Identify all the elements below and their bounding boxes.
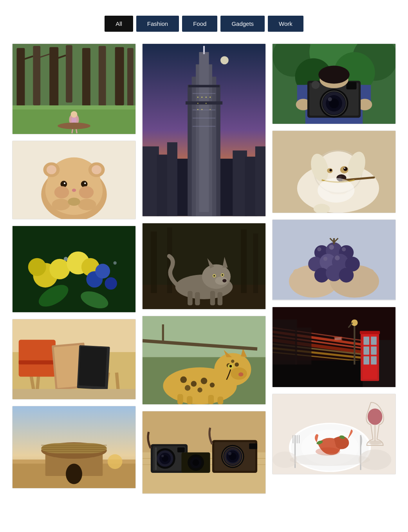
svg-point-108 [209,109,211,110]
svg-point-200 [328,97,332,101]
svg-rect-128 [210,291,215,305]
svg-point-134 [214,353,251,386]
svg-point-298 [359,449,392,470]
svg-rect-268 [371,337,377,345]
svg-point-250 [335,255,340,261]
svg-point-216 [344,168,345,169]
photo-card-cheetah[interactable] [142,316,266,405]
photo-card-camera-man[interactable] [272,43,396,124]
photo-card-grapes[interactable] [272,219,396,300]
svg-point-32 [84,183,86,184]
svg-rect-266 [360,331,380,334]
column-3 [272,43,396,494]
svg-point-103 [209,96,211,98]
filter-gadgets[interactable]: Gadgets [220,16,265,32]
svg-rect-276 [273,319,297,364]
svg-rect-65 [13,389,135,399]
svg-point-136 [191,381,197,387]
svg-point-31 [64,183,65,184]
svg-rect-81 [143,147,159,216]
svg-rect-202 [346,82,356,89]
svg-point-101 [201,96,202,98]
filter-bar: All Fashion Food Gadgets Work [8,16,400,32]
svg-rect-152 [177,394,183,404]
svg-rect-279 [335,337,341,340]
svg-point-106 [197,109,199,110]
column-2 [142,43,266,494]
svg-point-104 [197,103,199,104]
svg-point-220 [339,176,342,178]
svg-point-248 [342,248,346,252]
photo-card-shrimp-dish[interactable] [272,394,396,474]
svg-rect-229 [300,267,308,290]
svg-point-140 [197,388,202,393]
svg-rect-127 [195,292,200,305]
svg-point-79 [220,56,229,64]
svg-point-218 [329,169,332,171]
svg-rect-168 [155,448,157,470]
svg-rect-8 [115,47,124,105]
svg-rect-93 [193,93,216,94]
column-1 [12,43,136,494]
filter-work[interactable]: Work [268,16,303,32]
filter-food[interactable]: Food [182,16,217,32]
photo-card-wolf[interactable] [142,223,266,310]
filter-all[interactable]: All [105,16,133,32]
svg-rect-9 [127,48,134,109]
svg-rect-132 [143,316,265,357]
svg-rect-153 [187,396,193,404]
svg-point-288 [368,408,383,425]
svg-rect-99 [188,85,220,87]
svg-point-246 [317,248,321,252]
svg-point-37 [78,199,96,210]
svg-rect-112 [151,232,157,293]
svg-rect-269 [363,346,369,355]
svg-point-223 [318,178,354,203]
svg-rect-6 [82,48,90,107]
svg-point-137 [201,378,208,384]
svg-point-135 [180,376,187,383]
svg-rect-97 [193,126,216,127]
photo-card-hut[interactable] [12,406,136,489]
svg-rect-90 [199,52,209,212]
photo-card-london-night[interactable] [272,307,396,387]
svg-point-203 [311,81,320,89]
svg-rect-178 [249,443,257,449]
svg-point-290 [368,440,383,444]
svg-point-142 [235,363,238,367]
svg-point-48 [105,277,117,290]
svg-rect-129 [218,292,223,305]
svg-point-175 [228,452,231,455]
svg-rect-64 [78,346,107,387]
photo-card-white-dog[interactable] [272,130,396,213]
photo-card-desk[interactable] [12,319,136,400]
svg-rect-272 [371,356,377,364]
svg-point-16 [71,111,78,118]
filter-fashion[interactable]: Fashion [136,16,179,32]
svg-point-36 [52,199,70,210]
svg-rect-235 [367,269,374,290]
photo-card-flowers[interactable] [12,226,136,313]
svg-rect-114 [241,229,247,293]
svg-rect-154 [208,395,214,404]
svg-point-125 [222,279,226,282]
svg-point-51 [64,257,68,261]
svg-point-205 [318,65,350,83]
svg-point-26 [47,165,56,174]
svg-rect-98 [186,101,222,105]
svg-rect-3 [33,46,40,105]
svg-point-299 [273,451,297,468]
photo-card-hamster[interactable] [12,141,136,219]
svg-point-100 [197,96,199,98]
photo-card-cameras-vintage[interactable] [142,411,266,494]
photo-card-empire-state[interactable] [142,43,266,217]
svg-rect-96 [193,118,216,118]
svg-point-182 [193,460,199,466]
svg-point-28 [92,165,101,174]
svg-rect-83 [167,142,177,216]
photo-card-forest-girl[interactable] [12,43,136,134]
svg-rect-267 [363,337,369,345]
svg-point-143 [231,360,234,363]
svg-point-102 [206,96,207,98]
svg-rect-270 [371,346,377,355]
